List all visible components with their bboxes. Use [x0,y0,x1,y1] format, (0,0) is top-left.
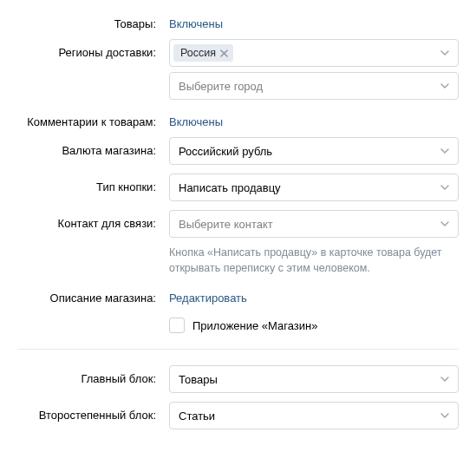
chevron-down-icon [440,185,449,190]
row-comments: Комментарии к товарам: Включены [17,108,459,128]
settings-form: Товары: Включены Регионы доставки: Росси… [0,0,476,452]
close-icon [220,49,228,57]
label-comments: Комментарии к товарам: [17,108,169,128]
city-placeholder: Выберите город [179,80,263,93]
row-delivery-city: Выберите город [17,72,459,100]
goods-toggle-link[interactable]: Включены [169,10,223,30]
row-contact: Контакт для связи: Выберите контакт Кноп… [17,210,459,276]
main-block-value: Товары [179,373,218,386]
divider [17,349,459,350]
button-type-value: Написать продавцу [179,181,281,194]
contact-select[interactable]: Выберите контакт [169,210,459,238]
chevron-down-icon [440,83,449,88]
region-tag-label: Россия [180,47,216,59]
region-tag: Россия [173,44,233,62]
chevron-down-icon [440,377,449,382]
label-description: Описание магазина: [17,285,169,305]
label-secondary-block: Второстепенный блок: [17,402,169,422]
chevron-down-icon [440,148,449,154]
button-type-select[interactable]: Написать продавцу [169,174,459,201]
city-select[interactable]: Выберите город [169,72,459,100]
main-block-select[interactable]: Товары [169,365,459,393]
row-delivery-regions: Регионы доставки: Россия [17,39,459,67]
row-button-type: Тип кнопки: Написать продавцу [17,174,459,201]
row-goods: Товары: Включены [17,10,459,30]
label-contact: Контакт для связи: [17,210,169,230]
row-currency: Валюта магазина: Российский рубль [17,137,459,165]
row-secondary-block: Второстепенный блок: Статьи [17,402,459,429]
contact-hint: Кнопка «Написать продавцу» в карточке то… [169,245,459,276]
region-select[interactable]: Россия [169,39,459,67]
label-goods: Товары: [17,10,169,30]
row-app-market: Приложение «Магазин» [17,313,459,333]
label-currency: Валюта магазина: [17,137,169,157]
region-tag-remove[interactable] [220,47,228,59]
contact-placeholder: Выберите контакт [179,218,273,231]
app-market-checkbox[interactable] [169,318,185,333]
label-button-type: Тип кнопки: [17,174,169,193]
secondary-block-select[interactable]: Статьи [169,402,459,429]
chevron-down-icon [440,221,449,226]
currency-value: Российский рубль [179,145,272,158]
row-main-block: Главный блок: Товары [17,365,459,393]
label-delivery-regions: Регионы доставки: [17,39,169,59]
app-market-label: Приложение «Магазин» [192,319,317,332]
chevron-down-icon [440,50,449,56]
secondary-block-value: Статьи [179,409,215,423]
row-description: Описание магазина: Редактировать [17,285,459,305]
label-main-block: Главный блок: [17,365,169,385]
comments-toggle-link[interactable]: Включены [169,108,223,128]
description-edit-link[interactable]: Редактировать [169,285,247,305]
currency-select[interactable]: Российский рубль [169,137,459,165]
chevron-down-icon [440,413,449,418]
